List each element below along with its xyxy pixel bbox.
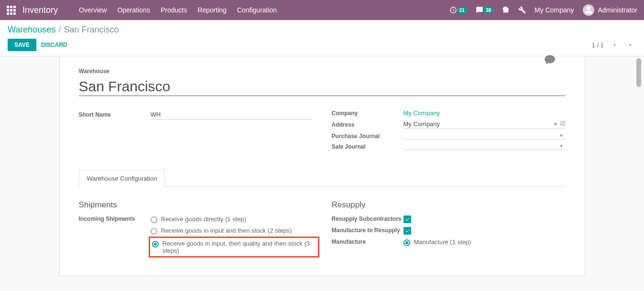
shipments-title: Shipments <box>79 200 313 210</box>
message-count: 38 <box>483 7 493 13</box>
manufacture-opt-label: Manufacture (1 step) <box>414 238 471 246</box>
incoming-opt1-label: Receive goods directly (1 step) <box>161 216 246 223</box>
pager-next[interactable] <box>625 39 636 51</box>
gift-icon <box>502 6 510 14</box>
chevron-left-icon <box>611 42 617 48</box>
caret-icon: ▼ <box>559 144 564 149</box>
incoming-opt2-label: Receive goods in input and then stock (2… <box>161 227 292 234</box>
company-selector[interactable]: My Company <box>535 6 574 14</box>
apps-icon[interactable] <box>7 6 16 15</box>
breadcrumb-current: San Francisco <box>64 25 119 35</box>
nav-overview[interactable]: Overview <box>79 6 107 14</box>
main-navbar: Inventory Overview Operations Products R… <box>0 0 644 20</box>
user-name: Administrator <box>598 6 637 14</box>
breadcrumb-parent[interactable]: Warehouses <box>8 25 55 35</box>
resupply-sub-checkbox[interactable] <box>404 216 411 223</box>
sale-journal-field[interactable]: ▼ <box>404 144 566 150</box>
pager-prev[interactable] <box>609 39 620 51</box>
incoming-radio-2step[interactable] <box>151 228 157 235</box>
purchase-journal-label: Purchase Journal <box>332 133 404 140</box>
nav-products[interactable]: Products <box>161 6 187 14</box>
content-area: Warehouse Short Name Company My Company … <box>0 56 644 276</box>
short-name-label: Short Name <box>79 111 151 118</box>
save-button[interactable]: SAVE <box>8 39 36 51</box>
manufacture-resupply-checkbox[interactable] <box>404 227 411 235</box>
company-label: Company <box>332 110 404 117</box>
gift-button[interactable] <box>502 6 510 14</box>
control-bar: Warehouses / San Francisco SAVE DISCARD … <box>0 20 644 56</box>
pager-text: 1 / 1 <box>592 42 604 49</box>
incoming-shipments-label: Incoming Shipments <box>79 216 151 222</box>
user-menu[interactable]: Administrator <box>583 4 637 16</box>
caret-icon: ▼ <box>559 133 564 138</box>
sale-journal-label: Sale Journal <box>332 143 404 150</box>
clock-icon <box>449 6 457 14</box>
nav-reporting[interactable]: Reporting <box>197 6 227 14</box>
nav-operations[interactable]: Operations <box>117 6 150 14</box>
incoming-opt3-label: Receive goods in input, then quality and… <box>163 240 311 254</box>
caret-icon: ▼ <box>554 122 558 127</box>
incoming-radio-3step[interactable] <box>152 241 159 248</box>
scrollbar-thumb[interactable] <box>636 58 641 87</box>
company-link[interactable]: My Company <box>404 109 440 117</box>
nav-configuration[interactable]: Configuration <box>237 6 277 14</box>
address-field[interactable]: My Company ▼ <box>404 120 566 129</box>
tab-warehouse-configuration[interactable]: Warehouse Configuration <box>79 170 165 187</box>
external-link-icon[interactable] <box>560 120 566 128</box>
purchase-journal-field[interactable]: ▼ <box>404 133 566 140</box>
resupply-sub-label: Resupply Subcontractors <box>332 216 404 223</box>
manufacture-radio-1step[interactable] <box>404 239 410 246</box>
activity-button[interactable]: 21 <box>449 6 467 14</box>
manufacture-label: Manufacture <box>332 238 404 245</box>
avatar-icon <box>583 4 594 16</box>
breadcrumb: Warehouses / San Francisco <box>8 25 636 35</box>
check-icon <box>405 217 410 222</box>
short-name-input[interactable] <box>151 109 313 120</box>
incoming-radio-1step[interactable] <box>151 216 157 223</box>
activity-count: 21 <box>457 7 467 13</box>
wrench-icon <box>518 6 526 14</box>
manufacture-resupply-label: Manufacture to Resupply <box>332 227 404 235</box>
message-icon <box>476 6 483 14</box>
check-icon <box>405 228 410 233</box>
resupply-title: Resupply <box>332 200 566 210</box>
breadcrumb-sep: / <box>58 25 61 35</box>
messages-button[interactable]: 38 <box>476 6 493 14</box>
warehouse-name-input[interactable] <box>79 76 566 96</box>
warehouse-label: Warehouse <box>79 68 566 75</box>
discard-button[interactable]: DISCARD <box>41 42 67 48</box>
address-label: Address <box>332 121 404 128</box>
address-value: My Company <box>404 120 552 128</box>
app-title: Inventory <box>22 5 58 15</box>
chevron-right-icon <box>628 42 633 48</box>
chatter-icon[interactable] <box>544 54 556 67</box>
tools-button[interactable] <box>518 6 526 14</box>
